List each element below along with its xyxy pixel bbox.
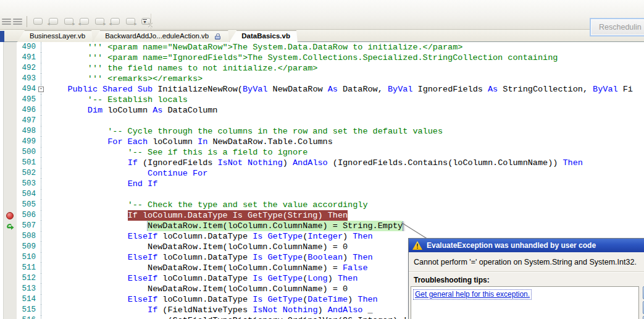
code-line-506[interactable]: 506 If loColumn.DataType Is GetType(Stri… — [0, 210, 644, 221]
tab-backwardaddjo-eduleaction-vb[interactable]: BackwardAddJo...eduleAction.vb — [93, 30, 229, 42]
code-line-504[interactable]: 504 — [0, 189, 644, 200]
outlining-margin[interactable] — [39, 137, 48, 147]
breakpoint-margin[interactable] — [4, 147, 17, 158]
code-line-490[interactable]: 490 ''' <param name="NewDataRow">The Sys… — [0, 42, 644, 53]
breakpoint-margin[interactable] — [4, 305, 17, 315]
outlining-margin[interactable]: - — [39, 84, 48, 95]
breakpoint-margin[interactable] — [4, 179, 17, 189]
indent-lines-icon[interactable] — [13, 15, 22, 28]
code-text[interactable]: '-- Check the type and set the value acc… — [48, 200, 644, 210]
breakpoint-margin[interactable] — [4, 74, 17, 84]
code-text[interactable]: If loColumn.DataType Is GetType(String) … — [48, 210, 644, 221]
outlining-margin[interactable] — [39, 168, 48, 179]
code-text[interactable] — [48, 189, 644, 200]
breakpoint-margin[interactable] — [4, 284, 17, 294]
code-line-491[interactable]: 491 ''' <param name="IgnoredFields">The … — [0, 53, 644, 63]
breakpoint-margin[interactable] — [4, 221, 17, 231]
code-text[interactable]: '-- Establish locals — [48, 95, 644, 105]
code-text[interactable]: '-- See if this is a field to ignore — [48, 147, 644, 158]
breakpoint-margin[interactable] — [4, 273, 17, 284]
breakpoint-margin[interactable] — [4, 189, 17, 200]
tab-businesslayer-vb[interactable]: BusinessLayer.vb — [17, 30, 93, 42]
breakpoint-margin[interactable] — [4, 252, 17, 263]
frame-back-icon[interactable]: ◂ — [77, 15, 92, 28]
code-line-494[interactable]: 494- Public Shared Sub InitializeNewRow(… — [0, 84, 644, 95]
outlining-margin[interactable] — [39, 242, 48, 252]
code-line-498[interactable]: 498 '-- Cycle through the columns in the… — [0, 126, 644, 137]
breakpoint-margin[interactable] — [4, 42, 17, 53]
frame-forward-icon[interactable]: ▸ — [93, 15, 107, 28]
breakpoint-icon[interactable] — [6, 212, 14, 219]
outlining-margin[interactable] — [39, 42, 48, 53]
outlining-margin[interactable] — [39, 273, 48, 284]
code-line-501[interactable]: 501 If (IgnoredFields IsNot Nothing) And… — [0, 158, 644, 168]
breakpoint-margin[interactable] — [4, 137, 17, 147]
breakpoint-margin[interactable] — [4, 116, 17, 126]
code-text[interactable]: ''' <remarks></remarks> — [48, 74, 644, 84]
rescheduling-floating-box[interactable]: Reschedulin — [590, 18, 644, 36]
tab-databasics-vb[interactable]: DataBasics.vb — [229, 30, 298, 42]
outlining-margin[interactable] — [39, 179, 48, 189]
breakpoint-margin[interactable] — [4, 263, 17, 273]
toolbar-overflow-button[interactable]: ▾ — [141, 15, 149, 28]
breakpoint-margin[interactable] — [4, 63, 17, 74]
code-text[interactable] — [48, 116, 644, 126]
breakpoint-margin[interactable] — [4, 53, 17, 63]
outlining-margin[interactable] — [39, 126, 48, 137]
code-line-496[interactable]: 496 Dim loColumn As DataColumn — [0, 105, 644, 116]
code-text[interactable]: ''' <param name="NewDataRow">The System.… — [48, 42, 644, 53]
breakpoint-margin[interactable] — [4, 168, 17, 179]
page-back-icon[interactable]: ◂ — [108, 15, 123, 28]
code-text[interactable]: Dim loColumn As DataColumn — [48, 105, 644, 116]
outlining-margin[interactable] — [39, 263, 48, 273]
breakpoint-margin[interactable] — [4, 84, 17, 95]
breakpoint-margin[interactable] — [4, 200, 17, 210]
code-text[interactable]: Public Shared Sub InitializeNewRow(ByVal… — [48, 84, 644, 95]
breakpoint-margin[interactable] — [4, 315, 17, 319]
code-text[interactable]: For Each loColumn In NewDataRow.Table.Co… — [48, 137, 644, 147]
outlining-margin[interactable] — [39, 294, 48, 305]
exception-help-link[interactable]: Get general help for this exception. — [413, 289, 532, 300]
outlining-margin[interactable] — [39, 210, 48, 221]
outlining-margin[interactable] — [39, 200, 48, 210]
code-text[interactable]: '-- Cycle through the columns in the row… — [48, 126, 644, 137]
code-text[interactable]: End If — [48, 179, 644, 189]
breakpoint-margin[interactable] — [4, 95, 17, 105]
code-text[interactable]: Continue For — [48, 168, 644, 179]
breakpoint-margin[interactable] — [4, 242, 17, 252]
outlining-margin[interactable] — [39, 315, 48, 319]
outlining-margin[interactable] — [39, 53, 48, 63]
code-line-502[interactable]: 502 Continue For — [0, 168, 644, 179]
breakpoint-margin[interactable] — [4, 231, 17, 242]
code-line-505[interactable]: 505 '-- Check the type and set the value… — [0, 200, 644, 210]
code-text[interactable]: NewDataRow.Item(loColumn.ColumnName) = S… — [48, 221, 644, 231]
code-line-500[interactable]: 500 '-- See if this is a field to ignore — [0, 147, 644, 158]
breakpoint-margin[interactable] — [4, 158, 17, 168]
list-outline-icon[interactable] — [2, 15, 11, 28]
outlining-margin[interactable] — [39, 116, 48, 126]
bubble-back-icon[interactable]: ◂ — [46, 15, 61, 28]
outlining-margin[interactable] — [39, 95, 48, 105]
code-text[interactable]: If (IgnoredFields IsNot Nothing) AndAlso… — [48, 158, 644, 168]
code-line-507[interactable]: 507 NewDataRow.Item(loColumn.ColumnName)… — [0, 221, 644, 231]
breakpoint-margin[interactable] — [4, 294, 17, 305]
outlining-margin[interactable] — [39, 74, 48, 84]
breakpoint-margin[interactable] — [4, 105, 17, 116]
page-forward-icon[interactable]: ▸ — [123, 15, 138, 28]
code-line-495[interactable]: 495 '-- Establish locals — [0, 95, 644, 105]
breakpoint-margin[interactable] — [4, 126, 17, 137]
outlining-margin[interactable] — [39, 147, 48, 158]
code-line-499[interactable]: 499 For Each loColumn In NewDataRow.Tabl… — [0, 137, 644, 147]
outlining-margin[interactable] — [39, 189, 48, 200]
breakpoint-margin[interactable] — [4, 210, 17, 221]
code-line-492[interactable]: 492 ''' the field names to not initializ… — [0, 63, 644, 74]
code-line-503[interactable]: 503 End If — [0, 179, 644, 189]
code-text[interactable]: ''' the field names to not initialize.</… — [48, 63, 644, 74]
outlining-margin[interactable] — [39, 158, 48, 168]
outlining-margin[interactable] — [39, 284, 48, 294]
code-line-497[interactable]: 497 — [0, 116, 644, 126]
rectangle-icon[interactable] — [31, 15, 46, 28]
code-text[interactable]: ''' <param name="IgnoredFields">The Syst… — [48, 53, 644, 63]
outlining-margin[interactable] — [39, 305, 48, 315]
exception-popup-titlebar[interactable]: ! EvaluateException was unhandled by use… — [409, 239, 644, 252]
